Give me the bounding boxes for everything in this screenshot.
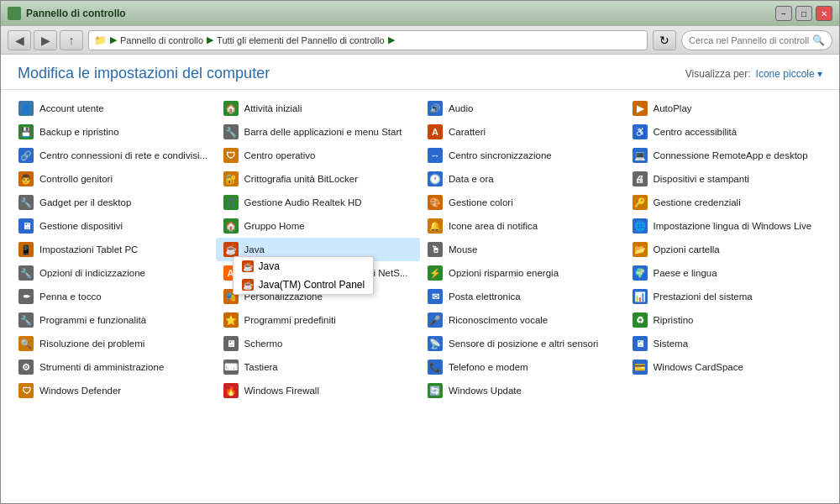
forward-button[interactable]: ▶ [34, 30, 57, 50]
view-value-link[interactable]: Icone piccole ▾ [756, 68, 822, 80]
item-label-riconoscimento-vocale: Riconoscimento vocale [449, 315, 548, 325]
address-field[interactable]: 📁 ▶ Pannello di controllo ▶ Tutti gli el… [88, 30, 648, 50]
item-gestione-colori[interactable]: 🎨 Gestione colori [420, 191, 625, 214]
title-buttons: − □ ✕ [775, 6, 832, 21]
maximize-button[interactable]: □ [795, 6, 812, 21]
item-data-ora[interactable]: 🕐 Data e ora [420, 167, 625, 191]
minimize-button[interactable]: − [775, 6, 792, 21]
item-icon-gadget-desktop: 🔧 [18, 194, 34, 211]
item-label-crittografia-bitlocker: Crittografia unità BitLocker [244, 174, 359, 184]
item-icone-notifica[interactable]: 🔔 Icone area di notifica [420, 214, 625, 238]
item-connessione-remoteapp[interactable]: 💻 Connessione RemoteApp e desktop [625, 144, 830, 167]
item-gadget-desktop[interactable]: 🔧 Gadget per il desktop [11, 191, 216, 214]
item-riconoscimento-vocale[interactable]: 🎤 Riconoscimento vocale [420, 308, 625, 332]
search-input[interactable] [689, 35, 809, 45]
item-label-impostazione-lingua-live: Impostazione lingua di Windows Live [654, 221, 812, 231]
title-bar-left: Pannello di controllo [8, 7, 126, 20]
item-icon-crittografia-bitlocker: 🔐 [223, 171, 239, 187]
item-label-centro-accessibilita: Centro accessibilità [654, 127, 738, 137]
item-label-autoplay: AutoPlay [654, 103, 692, 113]
item-opzioni-cartella[interactable]: 📂 Opzioni cartella [625, 238, 830, 261]
item-strumenti-amministrazione[interactable]: ⚙ Strumenti di amministrazione [11, 355, 216, 379]
item-gestione-audio-realtek[interactable]: 🎵 Gestione Audio Realtek HD [216, 191, 421, 214]
icon-square-telefono-modem: 📞 [428, 360, 443, 375]
dropdown-item-java-item[interactable]: ☕ Java [234, 257, 374, 276]
item-gestione-credenziali[interactable]: 🔑 Gestione credenziali [625, 191, 830, 214]
breadcrumb-part2[interactable]: Tutti gli elementi del Pannello di contr… [217, 35, 385, 45]
item-ripristino[interactable]: ♻ Ripristino [625, 308, 830, 332]
item-label-sensore-posizione: Sensore di posizione e altri sensori [449, 339, 598, 349]
dropdown-item-java-cp-item[interactable]: ☕ Java(TM) Control Panel [234, 276, 374, 294]
item-risoluzione-problemi[interactable]: 🔍 Risoluzione dei problemi [11, 332, 216, 355]
item-penna-tocco[interactable]: ✒ Penna e tocco [11, 285, 216, 308]
icon-square-penna-tocco: ✒ [18, 289, 34, 304]
item-icon-java: ☕ [223, 241, 239, 258]
item-attivita-iniziali[interactable]: 🏠 Attività iniziali [216, 97, 421, 120]
item-mouse[interactable]: 🖱 Mouse [420, 238, 625, 261]
item-paese-lingua[interactable]: 🌍 Paese e lingua [625, 261, 830, 285]
item-icon-attivita-iniziali: 🏠 [223, 100, 239, 117]
breadcrumb-part1[interactable]: Pannello di controllo [120, 35, 203, 45]
item-label-gadget-desktop: Gadget per il desktop [39, 197, 131, 207]
item-sensore-posizione[interactable]: 📡 Sensore di posizione e altri sensori [420, 332, 625, 355]
item-centro-accessibilita[interactable]: ♿ Centro accessibilità [625, 120, 830, 144]
icon-square-impostazione-lingua-live: 🌐 [633, 218, 648, 234]
item-centro-operativo[interactable]: 🛡 Centro operativo [216, 144, 421, 167]
item-impostazioni-tablet[interactable]: 📱 Impostazioni Tablet PC [11, 238, 216, 261]
item-impostazione-lingua-live[interactable]: 🌐 Impostazione lingua di Windows Live [625, 214, 830, 238]
page-header: Modifica le impostazioni del computer Vi… [1, 55, 839, 90]
item-windows-update[interactable]: 🔄 Windows Update [420, 379, 625, 402]
icon-square-gruppo-home: 🏠 [223, 218, 239, 234]
icon-square-windows-cardspace: 💳 [633, 360, 648, 375]
item-programmi-funzionalita[interactable]: 🔧 Programmi e funzionalità [11, 308, 216, 332]
item-posta-elettronica[interactable]: ✉ Posta elettronica [420, 285, 625, 308]
item-controllo-genitori[interactable]: 👨 Controllo genitori [11, 167, 216, 191]
item-label-gestione-credenziali: Gestione credenziali [654, 197, 741, 207]
item-sistema[interactable]: 🖥 Sistema [625, 332, 830, 355]
item-label-impostazioni-tablet: Impostazioni Tablet PC [39, 244, 138, 255]
item-label-tastiera: Tastiera [244, 362, 278, 372]
title-bar: Pannello di controllo − □ ✕ [1, 1, 839, 26]
item-audio[interactable]: 🔊 Audio [420, 97, 625, 120]
item-label-penna-tocco: Penna e tocco [39, 291, 102, 302]
item-centro-connessioni[interactable]: 🔗 Centro connessioni di rete e condivisi… [11, 144, 216, 167]
icon-square-ripristino: ♻ [633, 312, 648, 328]
item-windows-firewall[interactable]: 🔥 Windows Firewall [216, 379, 421, 402]
refresh-button[interactable]: ↻ [653, 30, 676, 50]
item-java[interactable]: ☕ Java ☕ Java ☕ Java(TM) Control Panel [216, 238, 421, 261]
breadcrumb-arrow1: ▶ [110, 34, 117, 45]
item-windows-defender[interactable]: 🛡 Windows Defender [11, 379, 216, 402]
item-label-centro-sincronizzazione: Centro sincronizzazione [449, 150, 552, 160]
item-schermo[interactable]: 🖥 Schermo [216, 332, 421, 355]
item-label-gestione-colori: Gestione colori [449, 197, 513, 207]
item-icon-icone-notifica: 🔔 [427, 218, 444, 234]
item-programmi-predefiniti[interactable]: ⭐ Programmi predefiniti [216, 308, 421, 332]
item-centro-sincronizzazione[interactable]: ↔ Centro sincronizzazione [420, 144, 625, 167]
item-caratteri[interactable]: A Caratteri [420, 120, 625, 144]
item-opzioni-indicizzazione[interactable]: 🔧 Opzioni di indicizzazione [11, 261, 216, 285]
close-button[interactable]: ✕ [816, 6, 832, 21]
item-label-connessione-remoteapp: Connessione RemoteApp e desktop [654, 150, 808, 160]
item-windows-cardspace[interactable]: 💳 Windows CardSpace [625, 355, 830, 379]
item-backup-ripristino[interactable]: 💾 Backup e ripristino [11, 120, 216, 144]
item-account-utente[interactable]: 👤 Account utente [11, 97, 216, 120]
item-label-windows-defender: Windows Defender [39, 386, 121, 396]
item-gestione-dispositivi[interactable]: 🖥 Gestione dispositivi [11, 214, 216, 238]
item-icon-centro-sincronizzazione: ↔ [427, 147, 444, 164]
item-crittografia-bitlocker[interactable]: 🔐 Crittografia unità BitLocker [216, 167, 421, 191]
item-barra-applicazioni[interactable]: 🔧 Barra delle applicazioni e menu Start [216, 120, 421, 144]
item-icon-impostazione-lingua-live: 🌐 [632, 218, 648, 234]
item-prestazioni-sistema[interactable]: 📊 Prestazioni del sistema [625, 285, 830, 308]
item-label-audio: Audio [449, 103, 473, 113]
item-icon-sistema: 🖥 [632, 335, 648, 352]
item-icon-caratteri: A [427, 123, 444, 140]
item-gruppo-home[interactable]: 🏠 Gruppo Home [216, 214, 421, 238]
item-tastiera[interactable]: ⌨ Tastiera [216, 355, 421, 379]
item-opzioni-risparmio[interactable]: ⚡ Opzioni risparmio energia [420, 261, 625, 285]
item-dispositivi-stampanti[interactable]: 🖨 Dispositivi e stampanti [625, 167, 830, 191]
up-button[interactable]: ↑ [60, 30, 83, 50]
back-button[interactable]: ◀ [8, 30, 31, 50]
icon-square-strumenti-amministrazione: ⚙ [18, 360, 34, 375]
item-autoplay[interactable]: ▶ AutoPlay [625, 97, 830, 120]
item-telefono-modem[interactable]: 📞 Telefono e modem [420, 355, 625, 379]
